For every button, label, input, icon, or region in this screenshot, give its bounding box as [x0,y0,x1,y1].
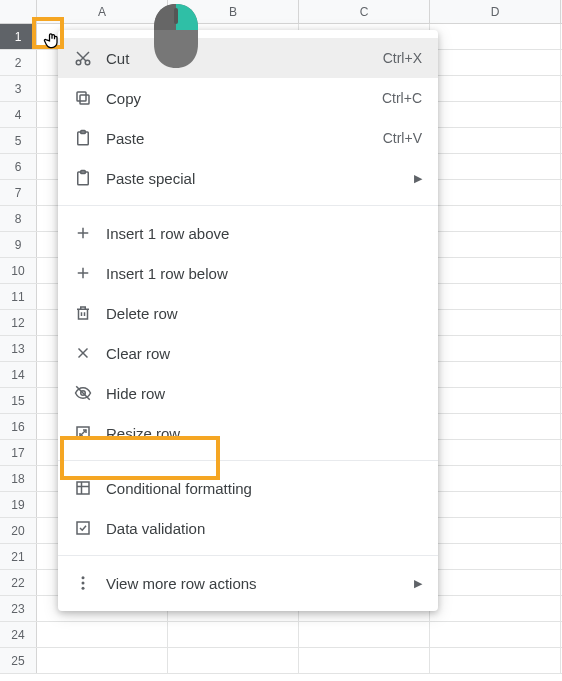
menu-label: Delete row [106,305,422,322]
row-header[interactable]: 7 [0,180,37,205]
plus-icon [74,264,106,282]
cell[interactable] [430,388,561,413]
menu-label: Conditional formatting [106,480,422,497]
row-header[interactable]: 25 [0,648,37,673]
row-header[interactable]: 21 [0,544,37,569]
col-header-a[interactable]: A [37,0,168,23]
menu-item-more-actions[interactable]: View more row actions ▶ [58,563,438,603]
row-header[interactable]: 14 [0,362,37,387]
close-icon [74,344,106,362]
cell[interactable] [430,414,561,439]
col-header-d[interactable]: D [430,0,561,23]
paste-icon [74,129,106,147]
menu-label: Clear row [106,345,422,362]
menu-label: Paste [106,130,383,147]
submenu-arrow-icon: ▶ [414,172,422,185]
cell[interactable] [430,440,561,465]
menu-item-paste[interactable]: Paste Ctrl+V [58,118,438,158]
cell[interactable] [168,622,299,647]
cell[interactable] [430,570,561,595]
menu-label: Data validation [106,520,422,537]
row-header[interactable]: 18 [0,466,37,491]
cell[interactable] [430,258,561,283]
cell[interactable] [430,128,561,153]
cell[interactable] [430,518,561,543]
menu-item-delete-row[interactable]: Delete row [58,293,438,333]
row-header[interactable]: 9 [0,232,37,257]
cell[interactable] [430,102,561,127]
menu-shortcut: Ctrl+X [383,50,422,66]
cell[interactable] [37,622,168,647]
menu-label: View more row actions [106,575,406,592]
cell[interactable] [430,180,561,205]
cell[interactable] [430,284,561,309]
menu-item-insert-below[interactable]: Insert 1 row below [58,253,438,293]
cell[interactable] [430,310,561,335]
data-validation-icon [74,519,106,537]
hide-icon [74,384,106,402]
row-header[interactable]: 15 [0,388,37,413]
row-header[interactable]: 22 [0,570,37,595]
spreadsheet-row: 24 [0,622,562,648]
menu-label: Copy [106,90,382,107]
row-header[interactable]: 20 [0,518,37,543]
row-header[interactable]: 8 [0,206,37,231]
row-header[interactable]: 16 [0,414,37,439]
cell[interactable] [430,154,561,179]
row-header[interactable]: 11 [0,284,37,309]
menu-label: Cut [106,50,383,67]
cell[interactable] [430,622,561,647]
cell[interactable] [430,50,561,75]
row-header[interactable]: 10 [0,258,37,283]
menu-item-clear-row[interactable]: Clear row [58,333,438,373]
cell[interactable] [299,648,430,673]
submenu-arrow-icon: ▶ [414,577,422,590]
menu-item-resize-row[interactable]: Resize row [58,413,438,453]
cell[interactable] [430,24,561,49]
cell[interactable] [430,466,561,491]
cell[interactable] [37,648,168,673]
select-all-corner[interactable] [0,0,37,23]
cell[interactable] [430,544,561,569]
menu-item-hide-row[interactable]: Hide row [58,373,438,413]
cell[interactable] [430,232,561,257]
cut-icon [74,49,106,67]
menu-item-insert-above[interactable]: Insert 1 row above [58,213,438,253]
menu-label: Insert 1 row above [106,225,422,242]
menu-item-conditional-formatting[interactable]: Conditional formatting [58,468,438,508]
svg-rect-22 [77,522,89,534]
row-header[interactable]: 4 [0,102,37,127]
cell[interactable] [430,648,561,673]
menu-label: Hide row [106,385,422,402]
resize-icon [74,424,106,442]
col-header-c[interactable]: C [299,0,430,23]
cell[interactable] [430,596,561,621]
menu-label: Paste special [106,170,406,187]
row-header[interactable]: 19 [0,492,37,517]
cell[interactable] [430,76,561,101]
col-header-b[interactable]: B [168,0,299,23]
cell[interactable] [168,648,299,673]
row-header[interactable]: 13 [0,336,37,361]
cell[interactable] [430,492,561,517]
menu-item-data-validation[interactable]: Data validation [58,508,438,548]
plus-icon [74,224,106,242]
cell[interactable] [299,622,430,647]
svg-rect-4 [80,95,89,104]
row-header[interactable]: 17 [0,440,37,465]
cell[interactable] [430,336,561,361]
menu-item-cut[interactable]: Cut Ctrl+X [58,38,438,78]
row-header[interactable]: 5 [0,128,37,153]
column-headers: A B C D [0,0,562,24]
row-header[interactable]: 12 [0,310,37,335]
row-header[interactable]: 24 [0,622,37,647]
cell[interactable] [430,206,561,231]
row-header[interactable]: 6 [0,154,37,179]
menu-item-copy[interactable]: Copy Ctrl+C [58,78,438,118]
cell[interactable] [430,362,561,387]
row-header[interactable]: 23 [0,596,37,621]
row-header[interactable]: 2 [0,50,37,75]
row-header[interactable]: 3 [0,76,37,101]
row-header[interactable]: 1 [0,24,37,49]
menu-item-paste-special[interactable]: Paste special ▶ [58,158,438,198]
